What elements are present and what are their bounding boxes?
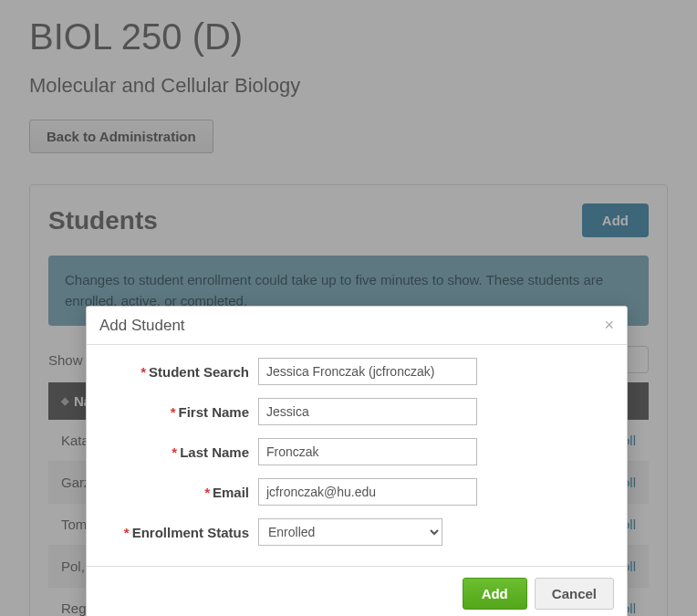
modal-title: Add Student (99, 317, 185, 335)
modal-footer: Add Cancel (87, 566, 627, 616)
student-search-label: *Student Search (103, 364, 258, 380)
last-name-label: *Last Name (103, 444, 258, 460)
form-row-email: *Email (103, 478, 610, 506)
modal-header: Add Student × (87, 307, 627, 345)
enrollment-status-label: *Enrollment Status (103, 525, 258, 540)
add-student-modal: Add Student × *Student Search *First Nam… (86, 306, 628, 616)
modal-body: *Student Search *First Name *Last Name *… (87, 345, 627, 566)
email-label: *Email (103, 485, 258, 500)
close-icon[interactable]: × (604, 316, 614, 335)
first-name-input[interactable] (258, 398, 477, 425)
form-row-last-name: *Last Name (103, 438, 610, 465)
first-name-label: *First Name (103, 404, 258, 420)
student-search-input[interactable] (258, 358, 477, 385)
email-input[interactable] (258, 478, 477, 506)
last-name-input[interactable] (258, 438, 477, 465)
form-row-search: *Student Search (103, 358, 610, 385)
modal-cancel-button[interactable]: Cancel (535, 578, 614, 610)
modal-add-button[interactable]: Add (463, 578, 527, 610)
form-row-enrollment-status: *Enrollment Status Enrolled (103, 518, 610, 546)
form-row-first-name: *First Name (103, 398, 610, 425)
enrollment-status-select[interactable]: Enrolled (258, 518, 442, 546)
